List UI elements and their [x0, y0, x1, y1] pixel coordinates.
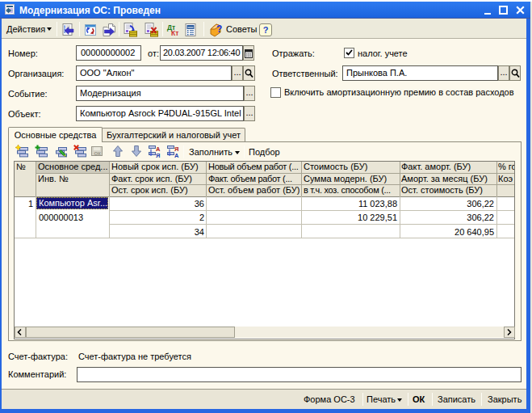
svg-text:Я: Я: [156, 152, 160, 159]
svg-text:А: А: [174, 152, 179, 159]
svg-text:?: ?: [216, 23, 222, 35]
svg-text:ОК: ОК: [94, 151, 102, 156]
svg-text:Кт: Кт: [171, 29, 178, 36]
